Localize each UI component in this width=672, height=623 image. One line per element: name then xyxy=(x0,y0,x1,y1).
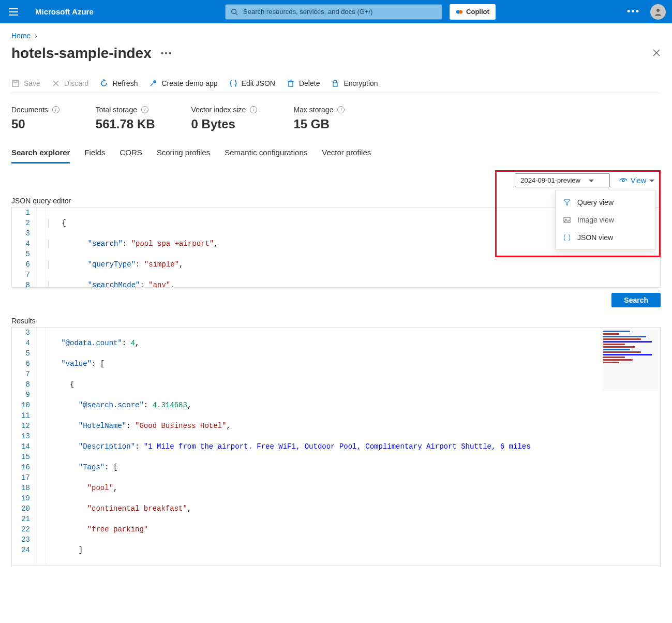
more-menu-button[interactable]: ••• xyxy=(627,6,640,17)
create-demo-app-button[interactable]: Create demo app xyxy=(149,79,217,87)
global-search[interactable] xyxy=(225,4,442,20)
info-icon[interactable]: i xyxy=(337,106,345,113)
tabs: Search explorer Fields CORS Scoring prof… xyxy=(11,148,661,164)
edit-json-button[interactable]: Edit JSON xyxy=(229,79,275,87)
stat-documents-label: Documents xyxy=(11,106,48,114)
stat-max-storage-value: 15 GB xyxy=(293,117,345,131)
tab-search-explorer[interactable]: Search explorer xyxy=(11,148,70,164)
stat-total-storage-label: Total storage xyxy=(96,106,137,114)
tools-icon xyxy=(149,79,157,87)
menu-item-json-view[interactable]: JSON view xyxy=(556,229,655,246)
stat-documents-value: 50 xyxy=(11,117,59,131)
toolbar: Save Discard Refresh Create demo app Edi… xyxy=(11,79,661,93)
svg-point-7 xyxy=(656,9,660,12)
tab-scoring-profiles[interactable]: Scoring profiles xyxy=(157,148,210,164)
svg-rect-18 xyxy=(333,83,337,86)
svg-marker-20 xyxy=(564,200,570,205)
editor-gutter: 12345678 xyxy=(12,207,37,287)
info-icon[interactable]: i xyxy=(52,106,59,113)
trash-icon xyxy=(287,79,295,87)
save-button[interactable]: Save xyxy=(11,79,40,87)
svg-point-3 xyxy=(232,9,236,13)
stat-total-storage-value: 561.78 KB xyxy=(96,117,155,131)
delete-button[interactable]: Delete xyxy=(287,79,320,87)
close-icon xyxy=(52,79,60,87)
save-icon xyxy=(11,79,20,87)
brand-label: Microsoft Azure xyxy=(35,7,94,16)
global-search-input[interactable] xyxy=(242,7,437,16)
eye-icon xyxy=(619,176,628,185)
tab-cors[interactable]: CORS xyxy=(120,148,142,164)
stat-max-storage-label: Max storage xyxy=(293,106,333,114)
chevron-right-icon: › xyxy=(35,32,37,40)
braces-icon xyxy=(563,233,571,242)
discard-button[interactable]: Discard xyxy=(52,79,88,87)
avatar[interactable] xyxy=(650,4,666,20)
view-menu: Query view Image view JSON view xyxy=(555,190,655,250)
page-title: hotels-sample-index xyxy=(11,45,152,62)
close-button[interactable] xyxy=(652,49,661,58)
svg-rect-10 xyxy=(12,80,19,86)
stat-vector-label: Vector index size xyxy=(191,106,246,114)
hamburger-menu-button[interactable] xyxy=(6,8,21,16)
copilot-icon xyxy=(456,8,463,16)
breadcrumb-home[interactable]: Home xyxy=(11,32,31,40)
refresh-button[interactable]: Refresh xyxy=(100,79,138,87)
encryption-button[interactable]: Encryption xyxy=(331,79,378,87)
refresh-icon xyxy=(100,79,108,87)
copilot-button[interactable]: Copilot xyxy=(450,4,496,20)
copilot-label: Copilot xyxy=(466,8,489,16)
tab-vector-profiles[interactable]: Vector profiles xyxy=(322,148,371,164)
breadcrumb: Home › xyxy=(11,28,661,40)
topbar: Microsoft Azure Copilot ••• xyxy=(0,0,672,23)
lock-icon xyxy=(331,79,339,87)
search-icon xyxy=(231,8,238,16)
tab-fields[interactable]: Fields xyxy=(84,148,105,164)
api-version-select[interactable]: 2024-09-01-preview xyxy=(515,173,610,187)
editor-code[interactable]: "@odata.count": 4, "value": [ { "@search… xyxy=(46,328,660,566)
view-button[interactable]: View xyxy=(619,176,654,185)
svg-rect-11 xyxy=(14,80,17,82)
editor-gutter: 3456789101112131415161718192021222324 xyxy=(12,328,37,566)
tab-semantic-configurations[interactable]: Semantic configurations xyxy=(225,148,307,164)
svg-point-19 xyxy=(622,180,624,182)
title-more-button[interactable]: ••• xyxy=(161,49,173,58)
info-icon[interactable]: i xyxy=(250,106,257,113)
editor-minimap[interactable] xyxy=(602,329,659,391)
search-button[interactable]: Search xyxy=(611,293,661,307)
svg-point-6 xyxy=(459,10,462,13)
menu-item-query-view[interactable]: Query view xyxy=(556,194,655,211)
menu-item-image-view[interactable]: Image view xyxy=(556,211,655,229)
filter-icon xyxy=(563,198,571,206)
svg-rect-15 xyxy=(289,82,293,86)
info-icon[interactable]: i xyxy=(141,106,148,113)
stat-vector-value: 0 Bytes xyxy=(191,117,258,131)
results-label: Results xyxy=(11,317,661,325)
svg-line-4 xyxy=(236,13,238,15)
image-icon xyxy=(563,216,571,224)
stats-row: Documentsi 50 Total storagei 561.78 KB V… xyxy=(11,106,661,131)
chevron-down-icon xyxy=(649,180,654,185)
braces-icon xyxy=(229,79,237,87)
results-editor[interactable]: 3456789101112131415161718192021222324 "@… xyxy=(11,327,661,566)
